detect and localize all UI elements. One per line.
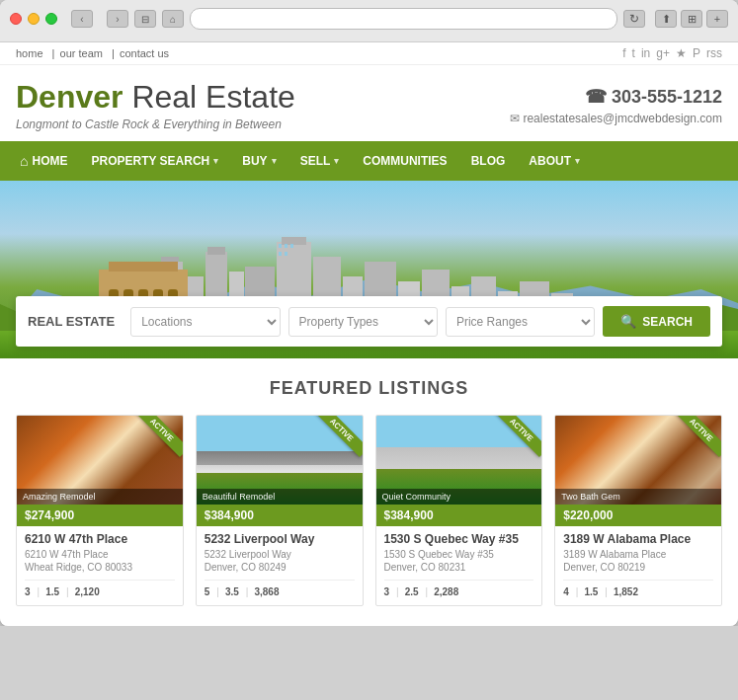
listing-address: 5232 Liverpool Way	[205, 532, 355, 546]
maximize-dot[interactable]	[45, 13, 57, 25]
site-header: Denver Real Estate Longmont to Castle Ro…	[0, 65, 738, 141]
menu-icon[interactable]: +	[706, 10, 728, 28]
baths-value: 3.5	[225, 586, 239, 597]
listing-tag: Quiet Community	[376, 489, 542, 505]
nav-home-label: HOME	[32, 154, 67, 168]
listing-tag: Beautiful Remodel	[197, 489, 363, 505]
svg-rect-4	[207, 247, 225, 255]
logo-tagline: Longmont to Castle Rock & Everything in …	[16, 117, 295, 131]
browser-chrome: ‹ › ⊟ ⌂ ↻ ⬆ ⊞ +	[0, 0, 738, 42]
listings-grid: ACTIVE Amazing Remodel $274,900 6210 W 4…	[16, 415, 722, 606]
site-content: home | our team | contact us f t in g+ ★…	[0, 42, 738, 626]
search-section: REAL ESTATE Locations Property Types Pri…	[16, 296, 722, 347]
back-button[interactable]: ‹	[71, 10, 93, 28]
price-ranges-select[interactable]: Price Ranges	[446, 307, 595, 337]
linkedin-icon[interactable]: in	[641, 46, 650, 60]
logo-title: Denver Real Estate	[16, 79, 295, 116]
listing-sub-address: 1530 S Quebec Way #35Denver, CO 80231	[384, 548, 534, 574]
listing-stats: 5 | 3.5 | 3,868	[205, 580, 355, 597]
property-types-select[interactable]: Property Types	[288, 307, 438, 337]
toolbar-icons: ⬆ ⊞ +	[655, 10, 728, 28]
search-btn-label: SEARCH	[642, 315, 693, 329]
url-input[interactable]	[190, 8, 617, 30]
listing-tag: Two Bath Gem	[555, 489, 721, 505]
nav-sell[interactable]: SELL ▾	[288, 142, 352, 180]
listing-card[interactable]: ACTIVE Two Bath Gem $220,000 3189 W Alab…	[554, 415, 722, 606]
listing-card[interactable]: ACTIVE Beautiful Remodel $384,900 5232 L…	[196, 415, 364, 606]
logo-real-estate: Real Estate	[123, 79, 295, 115]
window-view-button[interactable]: ⊟	[134, 10, 156, 28]
listing-info: 5232 Liverpool Way 5232 Liverpool WayDen…	[197, 526, 363, 605]
nav-about-label: ABOUT	[529, 154, 571, 168]
social-icons: f t in g+ ★ P rss	[622, 46, 722, 60]
home-button[interactable]: ⌂	[162, 10, 184, 28]
share-icon[interactable]: ⬆	[655, 10, 677, 28]
minimize-dot[interactable]	[28, 13, 40, 25]
star-icon[interactable]: ★	[676, 46, 687, 60]
pinterest-icon[interactable]: P	[693, 46, 700, 60]
listing-info: 6210 W 47th Place 6210 W 47th PlaceWheat…	[17, 526, 183, 605]
beds-value: 3	[384, 586, 390, 597]
search-button[interactable]: 🔍 SEARCH	[603, 306, 710, 337]
search-label: REAL ESTATE	[28, 314, 115, 329]
main-nav: ⌂ HOME PROPERTY SEARCH ▾ BUY ▾ SELL ▾ CO…	[0, 141, 738, 181]
nav-home[interactable]: ⌂ HOME	[8, 141, 79, 181]
listing-sub-address: 5232 Liverpool WayDenver, CO 80249	[205, 548, 355, 574]
nav-communities[interactable]: COMMUNITIES	[351, 142, 458, 180]
listing-tag: Amazing Remodel	[17, 489, 183, 505]
baths-value: 1.5	[584, 586, 598, 597]
nav-buy-arrow: ▾	[272, 156, 277, 166]
beds-value: 4	[563, 586, 569, 597]
nav-blog-label: BLOG	[471, 154, 506, 168]
nav-property-search[interactable]: PROPERTY SEARCH ▾	[79, 142, 230, 180]
top-bar: home | our team | contact us f t in g+ ★…	[0, 42, 738, 65]
beds-value: 3	[25, 586, 31, 597]
rss-icon[interactable]: rss	[706, 46, 722, 60]
listing-image: ACTIVE Amazing Remodel	[17, 416, 183, 505]
svg-rect-19	[279, 244, 282, 248]
nav-sell-arrow: ▾	[334, 156, 339, 166]
nav-about[interactable]: ABOUT ▾	[517, 142, 592, 180]
listing-info: 3189 W Alabama Place 3189 W Alabama Plac…	[555, 526, 721, 605]
sqft-value: 2,288	[434, 586, 458, 597]
svg-rect-8	[282, 237, 306, 245]
browser-window: ‹ › ⊟ ⌂ ↻ ⬆ ⊞ + home | our team	[0, 0, 738, 626]
facebook-icon[interactable]: f	[622, 46, 625, 60]
nav-communities-label: COMMUNITIES	[363, 154, 447, 168]
listing-image: ACTIVE Two Bath Gem	[555, 416, 721, 505]
top-bar-links: home | our team | contact us	[16, 47, 173, 59]
tabs-icon[interactable]: ⊞	[681, 10, 702, 28]
forward-button[interactable]: ›	[107, 10, 128, 28]
site-logo: Denver Real Estate Longmont to Castle Ro…	[16, 79, 295, 131]
nav-sell-label: SELL	[300, 154, 331, 168]
listing-price: $384,900	[376, 505, 542, 526]
listing-image: ACTIVE Beautiful Remodel	[197, 416, 363, 505]
svg-rect-21	[290, 244, 293, 248]
contact-link[interactable]: contact us	[120, 47, 169, 59]
sqft-value: 1,852	[614, 586, 638, 597]
hero-section: REAL ESTATE Locations Property Types Pri…	[0, 181, 738, 358]
close-dot[interactable]	[10, 13, 22, 25]
sqft-value: 3,868	[254, 586, 279, 597]
refresh-button[interactable]: ↻	[623, 10, 645, 28]
nav-blog[interactable]: BLOG	[459, 142, 518, 180]
nav-property-arrow: ▾	[213, 156, 218, 166]
twitter-icon[interactable]: t	[632, 46, 635, 60]
locations-select[interactable]: Locations	[130, 307, 280, 337]
phone-number: ☎ 303-555-1212	[510, 86, 722, 108]
baths-value: 1.5	[45, 586, 59, 597]
nav-buy[interactable]: BUY ▾	[230, 142, 287, 180]
logo-denver: Denver	[16, 79, 123, 115]
listing-price: $384,900	[197, 505, 363, 526]
home-nav-icon: ⌂	[20, 153, 28, 169]
nav-about-arrow: ▾	[575, 156, 580, 166]
our-team-link[interactable]: our team	[60, 47, 103, 59]
svg-rect-22	[279, 252, 282, 256]
listing-address: 1530 S Quebec Way #35	[384, 532, 534, 546]
search-icon: 🔍	[620, 314, 636, 329]
home-link[interactable]: home	[16, 47, 43, 59]
google-plus-icon[interactable]: g+	[656, 46, 670, 60]
listing-card[interactable]: ACTIVE Quiet Community $384,900 1530 S Q…	[375, 415, 543, 606]
listing-card[interactable]: ACTIVE Amazing Remodel $274,900 6210 W 4…	[16, 415, 184, 606]
listing-stats: 4 | 1.5 | 1,852	[563, 580, 713, 597]
